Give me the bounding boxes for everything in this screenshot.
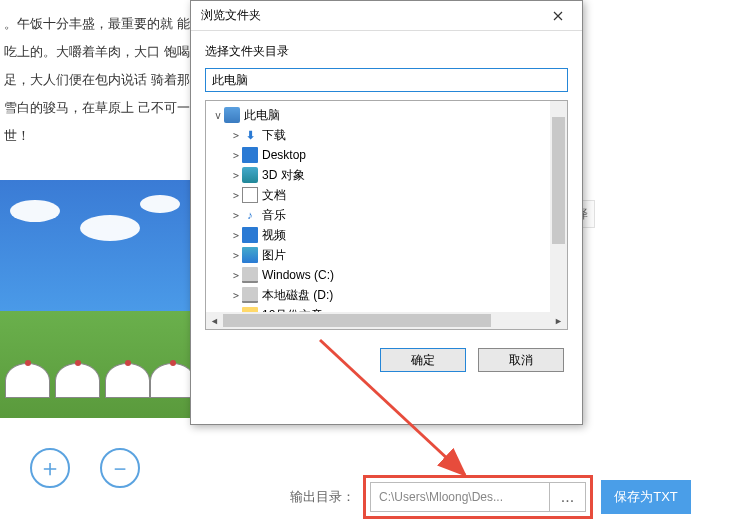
- background-text: 。午饭十分丰盛，最重要的就 能吃上的。大嚼着羊肉，大口 饱喝足，大人们便在包内说…: [0, 10, 190, 150]
- output-label: 输出目录：: [290, 488, 355, 506]
- close-button[interactable]: [538, 3, 578, 29]
- dialog-subtitle: 选择文件夹目录: [191, 31, 582, 68]
- tree-item[interactable]: >图片: [206, 245, 567, 265]
- tree-item-label: 图片: [262, 247, 286, 264]
- dl-icon: ⬇: [242, 127, 258, 143]
- tree-item-label: 文档: [262, 187, 286, 204]
- expand-arrow-icon[interactable]: >: [230, 150, 242, 161]
- output-highlight-box: C:\Users\Mloong\Des... ...: [363, 475, 593, 519]
- output-browse-button[interactable]: ...: [550, 482, 586, 512]
- tree-item[interactable]: >视频: [206, 225, 567, 245]
- tree-item-label: 本地磁盘 (D:): [262, 287, 333, 304]
- folder-tree-container: v此电脑>⬇下载>Desktop>3D 对象>文档>♪音乐>视频>图片>Wind…: [205, 100, 568, 330]
- close-icon: [553, 11, 563, 21]
- tree-item[interactable]: >3D 对象: [206, 165, 567, 185]
- ok-button[interactable]: 确定: [380, 348, 466, 372]
- tree-item-label: Windows (C:): [262, 268, 334, 282]
- doc-icon: [242, 187, 258, 203]
- pic-icon: [242, 247, 258, 263]
- folder-path-input[interactable]: 此电脑: [205, 68, 568, 92]
- vertical-scrollbar[interactable]: [550, 101, 567, 312]
- video-icon: [242, 227, 258, 243]
- browse-folder-dialog: 浏览文件夹 选择文件夹目录 此电脑 v此电脑>⬇下载>Desktop>3D 对象…: [190, 0, 583, 425]
- tree-item[interactable]: >本地磁盘 (D:): [206, 285, 567, 305]
- folder-tree[interactable]: v此电脑>⬇下载>Desktop>3D 对象>文档>♪音乐>视频>图片>Wind…: [206, 101, 567, 313]
- drive-icon: [242, 287, 258, 303]
- tree-item-label: 音乐: [262, 207, 286, 224]
- expand-arrow-icon[interactable]: >: [230, 290, 242, 301]
- tree-item[interactable]: v此电脑: [206, 105, 567, 125]
- save-txt-button[interactable]: 保存为TXT: [601, 480, 691, 514]
- music-icon: ♪: [242, 207, 258, 223]
- tree-item[interactable]: >Windows (C:): [206, 265, 567, 285]
- expand-arrow-icon[interactable]: >: [230, 270, 242, 281]
- expand-arrow-icon[interactable]: >: [230, 130, 242, 141]
- tree-item[interactable]: >⬇下载: [206, 125, 567, 145]
- expand-arrow-icon[interactable]: >: [230, 250, 242, 261]
- cancel-button[interactable]: 取消: [478, 348, 564, 372]
- expand-arrow-icon[interactable]: >: [230, 170, 242, 181]
- dialog-title: 浏览文件夹: [201, 7, 261, 24]
- tree-item-label: 下载: [262, 127, 286, 144]
- expand-arrow-icon[interactable]: >: [230, 230, 242, 241]
- expand-arrow-icon[interactable]: >: [230, 190, 242, 201]
- tree-item[interactable]: >文档: [206, 185, 567, 205]
- zoom-out-button[interactable]: －: [100, 448, 140, 488]
- tree-item[interactable]: >Desktop: [206, 145, 567, 165]
- scroll-right-button[interactable]: ►: [550, 312, 567, 329]
- 3d-icon: [242, 167, 258, 183]
- horizontal-scrollbar[interactable]: ◄ ►: [206, 312, 567, 329]
- drive-icon: [242, 267, 258, 283]
- preview-image: [0, 180, 190, 418]
- tree-item-label: 视频: [262, 227, 286, 244]
- expand-arrow-icon[interactable]: v: [212, 110, 224, 121]
- dialog-titlebar: 浏览文件夹: [191, 1, 582, 31]
- scroll-left-button[interactable]: ◄: [206, 312, 223, 329]
- output-path-field[interactable]: C:\Users\Mloong\Des...: [370, 482, 550, 512]
- tree-item-label: 3D 对象: [262, 167, 305, 184]
- desk-icon: [242, 147, 258, 163]
- pc-icon: [224, 107, 240, 123]
- zoom-in-button[interactable]: ＋: [30, 448, 70, 488]
- tree-item-label: 此电脑: [244, 107, 280, 124]
- tree-item-label: Desktop: [262, 148, 306, 162]
- tree-item[interactable]: >♪音乐: [206, 205, 567, 225]
- expand-arrow-icon[interactable]: >: [230, 210, 242, 221]
